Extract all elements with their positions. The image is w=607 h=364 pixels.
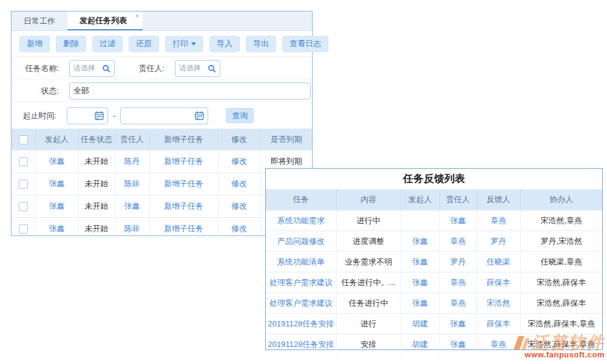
status-cell: 未开始	[78, 173, 115, 195]
initiator-link[interactable]: 张鑫	[412, 257, 428, 266]
table-row: 处理客户需求建议 任务进行中 张鑫 章燕 宋浩然 宋浩然,薛保丰	[266, 293, 602, 314]
owner-link[interactable]: 陈丹	[124, 157, 140, 166]
select-all-checkbox[interactable]	[19, 135, 28, 144]
co-organizer-cell: 宋浩然,薛保丰	[520, 272, 602, 293]
feedback-link[interactable]: 罗丹	[490, 237, 506, 246]
calendar-icon	[195, 111, 204, 120]
col-co-organizer: 协办人	[520, 189, 602, 211]
tab-label: 日常工作	[24, 16, 55, 27]
page-title: 任务反馈列表	[266, 169, 602, 189]
task-link[interactable]: 处理客户需求建议	[270, 298, 333, 308]
owner-link[interactable]: 罗丹	[450, 257, 466, 266]
co-organizer-cell: 宋浩然,薛保丰,章燕	[520, 334, 602, 355]
task-link[interactable]: 处理客户需求建议	[270, 278, 333, 287]
row-checkbox[interactable]	[19, 202, 28, 211]
owner-link[interactable]: 陈菲	[124, 179, 140, 188]
col-modify: 修改	[218, 129, 260, 150]
feedback-link[interactable]: 章燕	[490, 340, 506, 349]
add-subtask-link[interactable]: 新增子任务	[164, 157, 203, 166]
col-task: 任务	[266, 189, 336, 211]
tab-daily-work[interactable]: 日常工作	[12, 12, 67, 30]
co-organizer-cell: 宋浩然,薛保丰,章燕	[520, 314, 602, 334]
content-cell: 进度调整	[336, 231, 401, 252]
task-link[interactable]: 20191128任务安排	[268, 340, 334, 349]
print-button[interactable]: 打印	[165, 36, 203, 52]
modify-link[interactable]: 修改	[231, 179, 247, 188]
row-checkbox[interactable]	[19, 157, 28, 166]
status-cell: 未开始	[78, 195, 115, 218]
view-log-button[interactable]: 查看日志	[282, 36, 328, 52]
table-row: 处理客户需求建议 任务进行中。... 张鑫 章燕 薛保丰 宋浩然,薛保丰	[266, 272, 602, 293]
add-subtask-link[interactable]: 新增子任务	[164, 224, 203, 233]
close-icon[interactable]: ×	[135, 12, 139, 19]
col-initiator: 发起人	[35, 129, 78, 150]
owner-input[interactable]: 请选择	[175, 60, 220, 77]
task-feedback-table: 任务 内容 发起人 责任人 反馈人 协办人 系统功能需求 进行中 张鑫 章燕 宋…	[266, 189, 602, 354]
owner-link[interactable]: 章燕	[450, 237, 466, 246]
end-date-input[interactable]	[120, 107, 208, 124]
date-range-label: 起止时间:	[12, 110, 56, 121]
task-link[interactable]: 系统功能需求	[277, 216, 325, 225]
initiator-link[interactable]: 张鑫	[49, 179, 65, 188]
filter-button[interactable]: 过滤	[92, 36, 123, 52]
status-cell: 未开始	[78, 218, 115, 240]
row-checkbox[interactable]	[19, 224, 28, 234]
initiator-link[interactable]: 张鑫	[412, 237, 428, 246]
status-input[interactable]: 全部	[69, 83, 311, 99]
modify-link[interactable]: 修改	[231, 157, 247, 166]
start-date-input[interactable]	[67, 107, 108, 124]
owner-link[interactable]: 陈菲	[124, 224, 140, 233]
task-name-input[interactable]: 请选择	[69, 60, 115, 77]
search-icon	[102, 64, 110, 73]
initiator-link[interactable]: 张鑫	[412, 278, 428, 287]
filter-area: 任务名称: 请选择 责任人: 请选择 状态: 全部	[12, 57, 312, 129]
add-subtask-link[interactable]: 新增子任务	[164, 201, 203, 211]
task-link[interactable]: 产品问题修改	[277, 237, 325, 246]
feedback-link[interactable]: 宋浩然	[487, 298, 510, 308]
feedback-link[interactable]: 薛保丰	[487, 278, 510, 287]
import-button[interactable]: 导入	[209, 36, 240, 52]
task-link[interactable]: 20191128任务安排	[268, 319, 334, 328]
tab-initiated-task-list[interactable]: 发起任务列表 ×	[67, 12, 143, 30]
initiator-link[interactable]: 张鑫	[49, 201, 65, 211]
col-feedback-person: 反馈人	[476, 189, 520, 211]
owner-link[interactable]: 张鑫	[450, 340, 466, 349]
query-button[interactable]: 查询	[226, 108, 254, 123]
owner-link[interactable]: 章燕	[450, 278, 466, 287]
initiator-link[interactable]: 胡建	[412, 319, 428, 328]
feedback-link[interactable]: 任晓渠	[487, 257, 510, 266]
feedback-link[interactable]: 薛保丰	[487, 319, 510, 328]
owner-link[interactable]: 张鑫	[450, 319, 466, 328]
content-cell: 进行	[336, 314, 401, 334]
row-checkbox[interactable]	[19, 180, 28, 189]
co-organizer-cell: 宋浩然,章燕	[520, 211, 602, 231]
table-header-row: 任务 内容 发起人 责任人 反馈人 协办人	[266, 189, 602, 211]
task-link[interactable]: 系统功能清单	[277, 257, 325, 266]
owner-link[interactable]: 张鑫	[450, 216, 466, 225]
date-separator: -	[113, 111, 115, 120]
owner-link[interactable]: 章燕	[450, 298, 466, 308]
table-row: 20191128任务安排 安排 胡建 张鑫 章燕 宋浩然,薛保丰,章燕	[266, 334, 602, 355]
initiator-link[interactable]: 胡建	[412, 340, 428, 349]
table-row: 20191128任务安排 进行 胡建 张鑫 薛保丰 宋浩然,薛保丰,章燕	[266, 314, 602, 334]
restore-button[interactable]: 还原	[129, 36, 159, 52]
initiator-link[interactable]: 张鑫	[49, 157, 65, 166]
content-cell: 任务进行中。...	[336, 272, 401, 293]
modify-link[interactable]: 修改	[231, 201, 247, 211]
initiator-link[interactable]: 张鑫	[412, 298, 428, 308]
new-button[interactable]: 新增	[19, 36, 50, 52]
add-subtask-link[interactable]: 新增子任务	[164, 179, 203, 188]
owner-link[interactable]: 张鑫	[124, 201, 140, 211]
content-cell: 业务需求不明	[336, 252, 401, 272]
content-cell: 安排	[336, 334, 401, 355]
delete-button[interactable]: 删除	[56, 36, 86, 52]
table-row: 产品问题修改 进度调整 张鑫 章燕 罗丹 罗丹,宋浩然	[266, 231, 602, 252]
export-button[interactable]: 导出	[246, 36, 276, 52]
table-header-row: 发起人 任务状态 责任人 新增子任务 修改 是否到期	[12, 129, 312, 150]
co-organizer-cell: 宋浩然,薛保丰	[520, 293, 602, 314]
modify-link[interactable]: 修改	[231, 224, 247, 233]
feedback-link[interactable]: 章燕	[490, 216, 506, 225]
col-owner: 责任人	[439, 189, 476, 211]
initiator-link[interactable]: 张鑫	[49, 224, 65, 233]
status-cell: 未开始	[78, 150, 115, 173]
